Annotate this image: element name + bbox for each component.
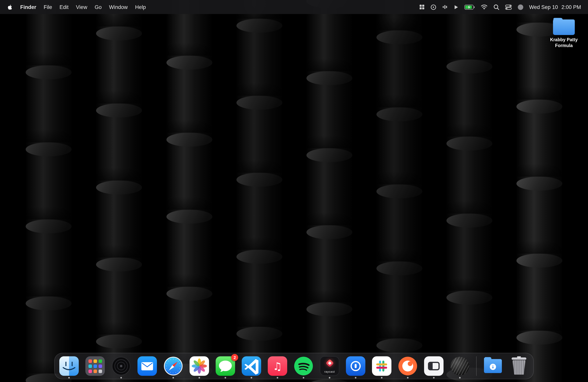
- menu-clock[interactable]: Wed Sep 10 2:00 PM: [529, 4, 581, 10]
- dock-item-postman[interactable]: [398, 356, 418, 376]
- dock-item-striped-sphere[interactable]: [450, 356, 470, 376]
- battery-icon[interactable]: [464, 4, 475, 10]
- menu-edit[interactable]: Edit: [60, 4, 69, 10]
- menu-view[interactable]: View: [76, 4, 87, 10]
- dock-item-1password[interactable]: [346, 356, 365, 376]
- apple-menu-icon[interactable]: [7, 3, 13, 11]
- raycast-icon: raycast: [320, 356, 339, 376]
- dock-item-music[interactable]: ♫: [268, 356, 287, 376]
- notification-badge: 2: [231, 354, 238, 361]
- dock-item-downloads[interactable]: ↓: [483, 356, 503, 376]
- circle-menu-extra-icon[interactable]: [430, 4, 436, 10]
- photos-icon: [189, 356, 209, 376]
- dock-item-safari[interactable]: [164, 356, 183, 376]
- menu-help[interactable]: Help: [135, 4, 146, 10]
- spotify-icon: [294, 357, 313, 375]
- wallpaper: [0, 0, 588, 382]
- menu-app-name[interactable]: Finder: [20, 4, 36, 10]
- spotlight-search-icon[interactable]: [493, 4, 499, 10]
- dock-item-mail[interactable]: [137, 356, 157, 376]
- vscode-icon: [242, 356, 261, 376]
- trash-icon: [509, 356, 529, 376]
- dock-item-trash[interactable]: [509, 356, 529, 376]
- striped-sphere-icon: [451, 357, 469, 375]
- waveform-menu-extra-icon[interactable]: [442, 4, 447, 10]
- dock: 2 ♫ raycast: [54, 353, 534, 379]
- slack-icon: [372, 356, 391, 376]
- dock-item-finder[interactable]: [59, 356, 79, 376]
- dock-item-window-manager[interactable]: [424, 356, 443, 376]
- user-status-icon[interactable]: [517, 4, 523, 10]
- play-menu-extra-icon[interactable]: [453, 4, 458, 10]
- folder-label: Krabby Patty Formula: [545, 37, 583, 49]
- menu-window[interactable]: Window: [109, 4, 128, 10]
- dock-item-slack[interactable]: [372, 356, 391, 376]
- wifi-icon[interactable]: [481, 4, 487, 10]
- vinyl-record-icon: [111, 356, 131, 376]
- menu-bar: Finder File Edit View Go Window Help: [0, 0, 588, 14]
- folder-icon: [553, 18, 575, 35]
- menu-date: Wed Sep 10: [529, 4, 558, 10]
- desktop: Finder File Edit View Go Window Help: [0, 0, 588, 382]
- dock-separator: [476, 356, 477, 376]
- control-center-icon[interactable]: [505, 4, 512, 10]
- menu-file[interactable]: File: [44, 4, 52, 10]
- window-manager-icon: [424, 356, 443, 376]
- dock-item-vinyl-record[interactable]: [111, 356, 131, 376]
- finder-icon: [59, 356, 79, 376]
- grid-menu-extra-icon[interactable]: [419, 4, 424, 10]
- dock-item-vscode[interactable]: [242, 356, 261, 376]
- postman-icon: [399, 357, 417, 375]
- raycast-label: raycast: [320, 370, 339, 373]
- menu-time: 2:00 PM: [561, 4, 581, 10]
- mail-icon: [137, 356, 157, 376]
- music-icon: ♫: [268, 356, 287, 376]
- dock-item-launchpad[interactable]: [85, 356, 105, 376]
- launchpad-icon: [85, 356, 105, 376]
- dock-item-spotify[interactable]: [294, 356, 313, 376]
- menu-go[interactable]: Go: [95, 4, 102, 10]
- raycast-logo: [326, 359, 334, 367]
- download-arrow-icon: ↓: [490, 364, 496, 370]
- desktop-folder-krabby-patty-formula[interactable]: Krabby Patty Formula: [553, 18, 575, 49]
- dock-item-photos[interactable]: [189, 356, 209, 376]
- 1password-icon: [346, 356, 365, 376]
- dock-item-raycast[interactable]: raycast: [320, 356, 339, 376]
- downloads-folder-icon: ↓: [483, 356, 503, 376]
- safari-icon: [164, 357, 183, 375]
- dock-item-messages[interactable]: 2: [216, 356, 235, 376]
